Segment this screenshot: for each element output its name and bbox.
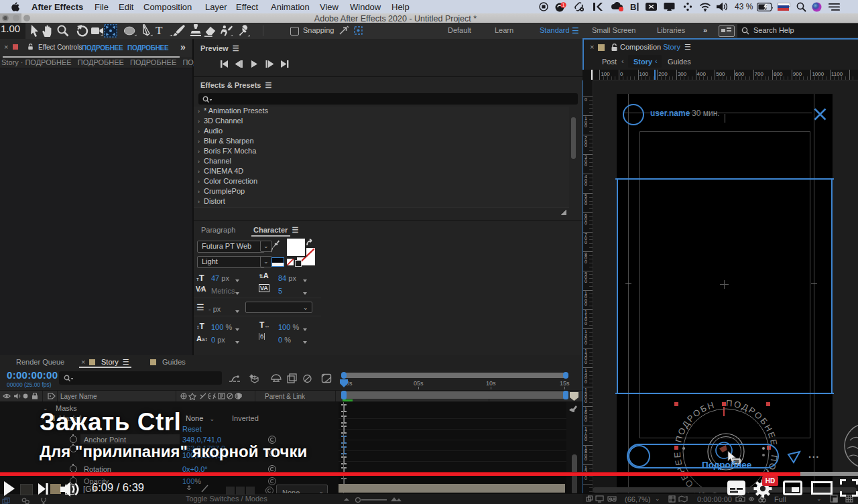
svg-text:1: 1 xyxy=(562,3,565,7)
svg-text:B: B xyxy=(630,2,636,11)
